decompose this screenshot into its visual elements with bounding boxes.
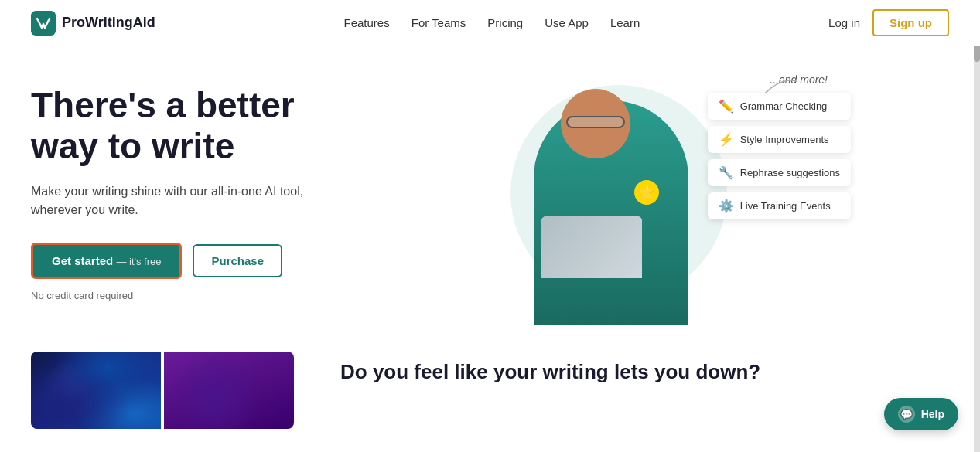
logo[interactable]: ProWritingAid [31,11,155,36]
help-label: Help [921,408,944,420]
nav-features[interactable]: Features [344,16,390,29]
bottom-text: Do you feel like your writing lets you d… [340,344,949,386]
person-illustration: ⭐ [518,85,712,325]
star-badge: ⭐ [634,180,659,205]
prowritingaid-logo-icon [31,11,56,36]
nav-pricing[interactable]: Pricing [487,16,523,29]
bottom-section: Do you feel like your writing lets you d… [0,344,980,452]
nav-for-teams[interactable]: For Teams [411,16,466,29]
hero-buttons: Get started — it's free Purchase [31,243,464,279]
hero-title: There's a better way to write [31,85,464,167]
feature-pills: ✏️ Grammar Checking ⚡ Style Improvements… [708,93,851,219]
grammar-icon: ✏️ [719,99,734,114]
feature-pill-style: ⚡ Style Improvements [708,126,851,153]
hero-section: There's a better way to write Make your … [0,46,980,346]
rephrase-label: Rephrase suggestions [740,167,840,178]
training-label: Live Training Events [740,200,831,212]
nav-use-app[interactable]: Use App [545,16,589,29]
scrollbar[interactable] [974,0,980,452]
artwork-image-1 [31,352,161,429]
nav-learn[interactable]: Learn [610,16,640,29]
rephrase-icon: 🔧 [719,165,734,180]
feature-pill-grammar: ✏️ Grammar Checking [708,93,851,120]
get-started-button[interactable]: Get started — it's free [31,243,182,279]
person-glasses [566,116,625,128]
hero-subtitle: Make your writing shine with our all-in-… [31,182,464,219]
help-icon: 💬 [898,406,915,423]
hero-left: There's a better way to write Make your … [31,77,464,301]
bottom-heading: Do you feel like your writing lets you d… [340,359,949,386]
signup-button[interactable]: Sign up [872,9,949,36]
training-icon: ⚙️ [719,199,734,213]
login-link[interactable]: Log in [828,16,860,29]
navbar: ProWritingAid Features For Teams Pricing… [0,0,980,46]
feature-pill-rephrase: 🔧 Rephrase suggestions [708,159,851,186]
grammar-label: Grammar Checking [740,100,828,112]
purchase-button[interactable]: Purchase [193,244,282,277]
feature-pill-training: ⚙️ Live Training Events [708,192,851,219]
style-label: Style Improvements [740,134,829,145]
no-credit-note: No credit card required [31,290,464,301]
nav-actions: Log in Sign up [828,9,949,36]
help-button[interactable]: 💬 Help [884,398,958,430]
nav-links: Features For Teams Pricing Use App Learn [344,16,640,29]
hero-illustration: ⭐ ...and more! ✏️ Grammar Checking ⚡ Sty… [464,62,851,325]
style-icon: ⚡ [719,132,734,147]
person-laptop [541,216,642,278]
artwork-image-2 [164,352,294,429]
artwork-preview [31,352,294,429]
brand-name: ProWritingAid [62,15,155,31]
